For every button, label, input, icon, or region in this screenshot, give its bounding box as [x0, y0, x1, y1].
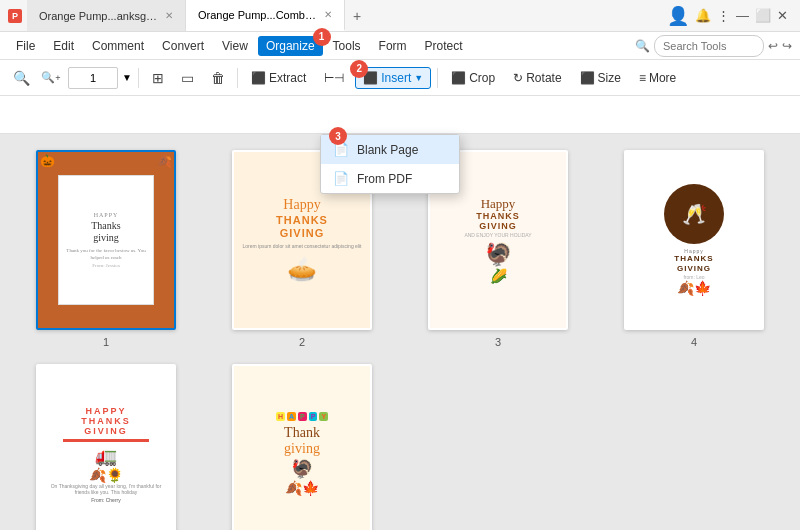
pdf-page-6[interactable]: H A P P Y Thank giving 🦃 🍂🍁 6: [212, 364, 392, 530]
step-badge-1: 1: [313, 28, 331, 46]
size-button[interactable]: ⬛ Size: [573, 68, 628, 88]
page-num-2: 2: [299, 336, 305, 348]
split-button[interactable]: ⊢⊣: [317, 68, 351, 88]
pdf-thumb-6[interactable]: H A P P Y Thank giving 🦃 🍂🍁: [232, 364, 372, 530]
toolbar-sep-2: [237, 68, 238, 88]
extract-icon: ⬛: [251, 71, 266, 85]
pdf-page-grid: HAPPY Thanks giving Thank you for the fa…: [16, 150, 784, 530]
undo-button[interactable]: ↩: [768, 39, 778, 53]
split-icon: ⊢⊣: [324, 71, 344, 85]
titlebar-right: 👤 🔔 ⋮ — ⬜ ✕: [667, 5, 792, 27]
menu-protect[interactable]: Protect: [417, 36, 471, 56]
menu-view[interactable]: View: [214, 36, 256, 56]
maximize-button[interactable]: ⬜: [755, 8, 771, 23]
page-layout-button[interactable]: ⊞: [145, 65, 171, 91]
zoom-input[interactable]: [68, 67, 118, 89]
step-badge-2: 2: [350, 60, 368, 78]
pdf-thumb-4[interactable]: 🥂 Happy THANKSGIVING from: Leo 🍂🍁: [624, 150, 764, 330]
insert-dropdown-icon: ▼: [414, 73, 423, 83]
pdf-thumb-5[interactable]: HAPPY THANKSGIVING 🚛 🍂🌻 On Thanksgiving …: [36, 364, 176, 530]
menubar: File Edit Comment Convert View Organize …: [0, 32, 800, 60]
titlebar: P Orange Pump...anksgiving.pdf ✕ Orange …: [0, 0, 800, 32]
menu-comment[interactable]: Comment: [84, 36, 152, 56]
single-page-button[interactable]: ▭: [175, 65, 201, 91]
pdf-page-4[interactable]: 🥂 Happy THANKSGIVING from: Leo 🍂🍁 4: [604, 150, 784, 348]
menu-organize[interactable]: Organize 1: [258, 36, 323, 56]
zoom-dropdown-icon[interactable]: ▼: [122, 72, 132, 83]
minimize-button[interactable]: —: [736, 8, 749, 23]
search-icon: 🔍: [635, 39, 650, 53]
crop-icon: ⬛: [451, 71, 466, 85]
extract-button[interactable]: ⬛ Extract: [244, 68, 313, 88]
tab-2[interactable]: Orange Pump...Combine.pdf ✕: [186, 0, 345, 31]
menu-file[interactable]: File: [8, 36, 43, 56]
notification-icon[interactable]: 🔔: [695, 8, 711, 23]
toolbar-sep-3: [437, 68, 438, 88]
size-icon: ⬛: [580, 71, 595, 85]
tab-2-close[interactable]: ✕: [324, 9, 332, 20]
from-pdf-option[interactable]: 📄 From PDF: [321, 164, 459, 193]
crop-button[interactable]: ⬛ Crop: [444, 68, 502, 88]
page-num-4: 4: [691, 336, 697, 348]
toolbar-sep-1: [138, 68, 139, 88]
close-button[interactable]: ✕: [777, 8, 788, 23]
more-button[interactable]: ≡ More: [632, 68, 683, 88]
zoom-in-button[interactable]: 🔍+: [38, 65, 64, 91]
menu-form[interactable]: Form: [371, 36, 415, 56]
tab-1-label: Orange Pump...anksgiving.pdf: [39, 10, 159, 22]
add-tab-button[interactable]: +: [345, 8, 369, 24]
page-num-3: 3: [495, 336, 501, 348]
menu-tools[interactable]: Tools: [325, 36, 369, 56]
rotate-button[interactable]: ↻ Rotate: [506, 68, 568, 88]
tab-bar: P Orange Pump...anksgiving.pdf ✕ Orange …: [8, 0, 667, 31]
search-tools-input[interactable]: [654, 35, 764, 57]
pdf-thumb-1[interactable]: HAPPY Thanks giving Thank you for the fa…: [36, 150, 176, 330]
delete-button[interactable]: 🗑: [205, 65, 231, 91]
tab-1-close[interactable]: ✕: [165, 10, 173, 21]
page-num-1: 1: [103, 336, 109, 348]
redo-button[interactable]: ↪: [782, 39, 792, 53]
avatar-icon[interactable]: 👤: [667, 5, 689, 27]
main-toolbar: 🔍 🔍+ ▼ ⊞ ▭ 🗑 ⬛ Extract ⊢⊣ ⬛ Insert ▼ 2 ⬛…: [0, 60, 800, 96]
zoom-out-button[interactable]: 🔍: [8, 65, 34, 91]
app-icon: P: [8, 9, 22, 23]
more-options-icon[interactable]: ⋮: [717, 8, 730, 23]
insert-dropdown-menu: 📄 Blank Page 📄 From PDF 3: [320, 134, 460, 194]
step-badge-3: 3: [329, 127, 347, 145]
tab-1[interactable]: Orange Pump...anksgiving.pdf ✕: [27, 0, 186, 31]
menu-convert[interactable]: Convert: [154, 36, 212, 56]
insert-button-top[interactable]: ⬛ Insert ▼ 2: [355, 67, 431, 89]
pdf-page-1[interactable]: HAPPY Thanks giving Thank you for the fa…: [16, 150, 196, 348]
search-tools-area: 🔍 ↩ ↪: [635, 35, 792, 57]
pdf-page-5[interactable]: HAPPY THANKSGIVING 🚛 🍂🌻 On Thanksgiving …: [16, 364, 196, 530]
tab-2-label: Orange Pump...Combine.pdf: [198, 9, 318, 21]
menu-edit[interactable]: Edit: [45, 36, 82, 56]
organize-toolbar: 📄 Blank Page 📄 From PDF 3: [0, 96, 800, 134]
from-pdf-icon: 📄: [333, 171, 349, 186]
more-icon: ≡: [639, 71, 646, 85]
rotate-icon: ↻: [513, 71, 523, 85]
